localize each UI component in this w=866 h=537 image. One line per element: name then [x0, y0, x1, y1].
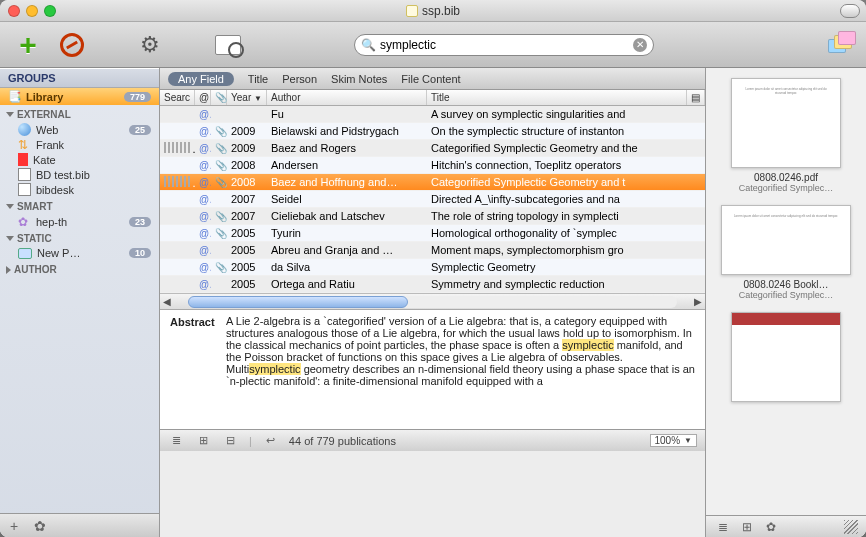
col-corner[interactable]: ▤ [687, 90, 705, 105]
view-cover-button[interactable]: ⊟ [222, 434, 239, 447]
sidebar-group-smart[interactable]: SMART [0, 197, 159, 214]
sort-desc-icon: ▼ [254, 94, 262, 103]
abstract-text: A Lie 2-algebra is a `categorified' vers… [170, 315, 695, 387]
scope-file-content[interactable]: File Content [401, 73, 460, 85]
table-row[interactable]: @📎2009Baez and RogersCategorified Symple… [160, 140, 705, 157]
cell-year: 2005 [227, 244, 267, 256]
page-thumb-icon [731, 312, 841, 402]
search-scope-bar: Any FieldTitlePersonSkim NotesFile Conte… [160, 68, 705, 90]
scope-any-field[interactable]: Any Field [168, 72, 234, 86]
table-row[interactable]: @📎2005da SilvaSymplectic Geometry [160, 259, 705, 276]
color-labels-button[interactable] [828, 31, 856, 59]
search-input[interactable] [380, 38, 629, 52]
sidebar-item-web[interactable]: Web25 [0, 122, 159, 137]
sidebar-group-static[interactable]: STATIC [0, 229, 159, 246]
resize-handle[interactable] [844, 520, 858, 534]
count-badge: 10 [129, 248, 151, 258]
table-row[interactable]: @📎2008Baez and Hoffnung and…Categorified… [160, 174, 705, 191]
col-at[interactable]: @ [195, 90, 211, 105]
scroll-track[interactable] [188, 296, 677, 308]
sidebar-group-author[interactable]: AUTHOR [0, 260, 159, 277]
abstract-pane: Abstract A Lie 2-algebra is a `categorif… [160, 309, 705, 429]
view-list-button[interactable]: ≣ [168, 434, 185, 447]
sidebar-item-frank[interactable]: ⇅Frank [0, 137, 159, 152]
app-window: ssp.bib + ⚙ 🔍 ✕ GROUPS 📑 Library 77 [0, 0, 866, 537]
col-author[interactable]: Author [267, 90, 427, 105]
paperclip-icon: 📎 [211, 262, 227, 273]
horizontal-scrollbar[interactable]: ◀ ▶ [160, 293, 705, 309]
arrows-icon: ⇅ [18, 138, 31, 151]
chevron-down-icon: ▼ [684, 436, 692, 445]
window-title-text: ssp.bib [422, 4, 460, 18]
table-row[interactable]: @2005Abreu and Granja and …Moment maps, … [160, 242, 705, 259]
cell-author: Andersen [267, 159, 427, 171]
preview-thumbnail[interactable]: Lorem ipsum dolor sit amet consectetur a… [714, 205, 858, 300]
sidebar-group-external[interactable]: EXTERNAL [0, 105, 159, 122]
table-row[interactable]: @2005Ortega and RatiuSymmetry and symple… [160, 276, 705, 293]
at-icon: @ [195, 245, 211, 256]
cell-title: On the symplectic structure of instanton [427, 125, 705, 137]
cell-year: 2007 [227, 193, 267, 205]
sidebar: GROUPS 📑 Library 779 EXTERNALWeb25⇅Frank… [0, 68, 160, 537]
clear-search-button[interactable]: ✕ [633, 38, 647, 52]
sidebar-item-label: bibdesk [36, 184, 74, 196]
sidebar-item-label: Web [36, 124, 58, 136]
table-row[interactable]: @📎2009Bielawski and PidstrygachOn the sy… [160, 123, 705, 140]
col-title[interactable]: Title [427, 90, 687, 105]
sidebar-item-kate[interactable]: Kate [0, 152, 159, 167]
sidebar-footer: + ✿ [0, 513, 159, 537]
action-menu-button[interactable]: ⚙ [132, 27, 168, 63]
view-grid-button[interactable]: ⊞ [195, 434, 212, 447]
preview-button[interactable] [210, 27, 246, 63]
at-icon: @ [195, 126, 211, 137]
search-icon: 🔍 [361, 38, 376, 52]
sidebar-item-hep-th[interactable]: ✿hep-th23 [0, 214, 159, 229]
table-row[interactable]: @2007SeidelDirected A_\infty-subcategori… [160, 191, 705, 208]
at-icon: @ [195, 109, 211, 120]
at-icon: @ [195, 262, 211, 273]
paperclip-icon: 📎 [211, 126, 227, 137]
preview-list-button[interactable]: ≣ [714, 520, 732, 534]
table-row[interactable]: @📎2007Cieliebak and LatschevThe role of … [160, 208, 705, 225]
preview-action-button[interactable]: ✿ [762, 520, 780, 534]
sidebar-item-bd-test-bib[interactable]: BD test.bib [0, 167, 159, 182]
cell-author: Tyurin [267, 227, 427, 239]
cell-author: Cieliebak and Latschev [267, 210, 427, 222]
preview-thumbnail[interactable] [714, 312, 858, 402]
preview-list: Lorem ipsum dolor sit amet consectetur a… [706, 68, 866, 515]
nav-back-button[interactable]: ↩ [262, 434, 279, 447]
col-year[interactable]: Year ▼ [227, 90, 267, 105]
cell-year: 2005 [227, 261, 267, 273]
scroll-right-button[interactable]: ▶ [691, 296, 705, 307]
delete-button[interactable] [54, 27, 90, 63]
scroll-left-button[interactable]: ◀ [160, 296, 174, 307]
scope-skim-notes[interactable]: Skim Notes [331, 73, 387, 85]
scope-title[interactable]: Title [248, 73, 268, 85]
table-row[interactable]: @📎2005TyurinHomological orthogonality of… [160, 225, 705, 242]
sidebar-action-button[interactable]: ✿ [30, 518, 50, 534]
preview-thumbnail[interactable]: Lorem ipsum dolor sit amet consectetur a… [714, 78, 858, 193]
scope-person[interactable]: Person [282, 73, 317, 85]
sidebar-add-button[interactable]: + [6, 518, 22, 534]
sidebar-item-bibdesk[interactable]: bibdesk [0, 182, 159, 197]
count-badge: 23 [129, 217, 151, 227]
cell-author: Baez and Rogers [267, 142, 427, 154]
preview-icon [215, 35, 241, 55]
zoom-selector[interactable]: 100% ▼ [650, 434, 698, 447]
disclosure-triangle-icon [6, 266, 11, 274]
add-button[interactable]: + [10, 27, 46, 63]
cell-title: Categorified Symplectic Geometry and t [427, 176, 705, 188]
table-row[interactable]: @FuA survey on symplectic singularities … [160, 106, 705, 123]
cell-title: Symmetry and symplectic reduction [427, 278, 705, 290]
col-clip[interactable]: 📎 [211, 90, 227, 105]
table-row[interactable]: @📎2008AndersenHitchin's connection, Toep… [160, 157, 705, 174]
table-body: @FuA survey on symplectic singularities … [160, 106, 705, 293]
thumb-title: 0808.0246.pdf [714, 172, 858, 183]
scroll-thumb[interactable] [188, 296, 408, 308]
preview-grid-button[interactable]: ⊞ [738, 520, 756, 534]
col-search[interactable]: Searc [160, 90, 195, 105]
sidebar-item-library[interactable]: 📑 Library 779 [0, 88, 159, 105]
search-field[interactable]: 🔍 ✕ [354, 34, 654, 56]
sidebar-item-new-p-[interactable]: New P…10 [0, 246, 159, 260]
toolbar-toggle-button[interactable] [840, 4, 860, 18]
